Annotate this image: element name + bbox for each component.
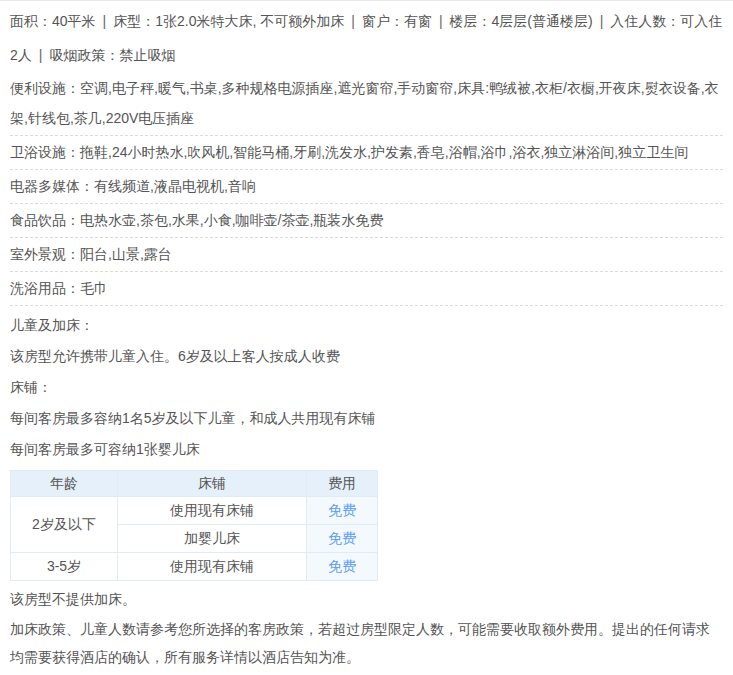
- children-policy-title: 儿童及加床：: [10, 310, 723, 341]
- extra-bed-note: 该房型不提供加床。: [10, 587, 723, 611]
- cell-bed: 使用现有床铺: [118, 497, 307, 525]
- header-bed: 床铺: [118, 471, 307, 497]
- facility-row-food-drink: 食品饮品：电热水壶,茶包,水果,小食,咖啡壶/茶壶,瓶装水免费: [10, 204, 723, 238]
- summary-field-area: 面积：40平米: [10, 13, 96, 29]
- facility-label: 便利设施：: [10, 80, 80, 96]
- cell-fee: 免费: [307, 553, 378, 581]
- facility-label: 电器多媒体：: [10, 178, 94, 194]
- facility-label: 室外景观：: [10, 246, 80, 262]
- facility-row-convenience: 便利设施：空调,电子秤,暖气,书桌,多种规格电源插座,遮光窗帘,手动窗帘,床具:…: [10, 72, 723, 136]
- cell-fee: 免费: [307, 497, 378, 525]
- facility-value: 电热水壶,茶包,水果,小食,咖啡壶/茶壶,瓶装水免费: [80, 212, 383, 228]
- header-fee: 费用: [307, 471, 378, 497]
- summary-label: 吸烟政策：: [49, 47, 119, 63]
- summary-value: 4层层(普通楼层): [492, 13, 593, 29]
- field-separator: |: [103, 13, 107, 29]
- bed-policy-title: 床铺：: [10, 372, 723, 403]
- summary-value: 1张2.0米特大床, 不可额外加床: [155, 13, 344, 29]
- room-detail-panel: 面积：40平米|床型：1张2.0米特大床, 不可额外加床|窗户：有窗|楼层：4层…: [0, 1, 733, 671]
- field-separator: |: [351, 13, 355, 29]
- field-separator: |: [439, 13, 443, 29]
- room-summary: 面积：40平米|床型：1张2.0米特大床, 不可额外加床|窗户：有窗|楼层：4层…: [10, 1, 723, 72]
- children-bed-policy-section: 儿童及加床： 该房型允许携带儿童入住。6岁及以上客人按成人收费 床铺： 每间客房…: [10, 306, 723, 465]
- summary-value: 禁止吸烟: [119, 47, 175, 63]
- facility-label: 洗浴用品：: [10, 280, 80, 296]
- summary-value: 40平米: [52, 13, 96, 29]
- facility-value: 有线频道,液晶电视机,音响: [94, 178, 256, 194]
- cell-bed: 加婴儿床: [118, 525, 307, 553]
- cell-age: 2岁及以下: [11, 497, 118, 553]
- summary-field-smoking: 吸烟政策：禁止吸烟: [49, 47, 175, 63]
- summary-field-window: 窗户：有窗: [362, 13, 432, 29]
- cell-fee: 免费: [307, 525, 378, 553]
- facility-row-media: 电器多媒体：有线频道,液晶电视机,音响: [10, 170, 723, 204]
- facility-row-bathroom: 卫浴设施：拖鞋,24小时热水,吹风机,智能马桶,牙刷,洗发水,护发素,香皂,浴帽…: [10, 136, 723, 170]
- child-bed-fee-table: 年龄 床铺 费用 2岁及以下 使用现有床铺 免费 加婴儿床 免费 3-5岁 使用…: [10, 470, 378, 581]
- summary-label: 面积：: [10, 13, 52, 29]
- cell-age: 3-5岁: [11, 553, 118, 581]
- facility-value: 拖鞋,24小时热水,吹风机,智能马桶,牙刷,洗发水,护发素,香皂,浴帽,浴巾,浴…: [80, 144, 688, 160]
- facility-label: 食品饮品：: [10, 212, 80, 228]
- facility-value: 毛巾: [80, 280, 108, 296]
- table-row: 2岁及以下 使用现有床铺 免费: [11, 497, 378, 525]
- bed-policy-line1: 每间客房最多容纳1名5岁及以下儿童，和成人共用现有床铺: [10, 403, 723, 434]
- facility-row-toiletries: 洗浴用品：毛巾: [10, 272, 723, 306]
- field-separator: |: [39, 47, 43, 63]
- facility-value: 阳台,山景,露台: [80, 246, 172, 262]
- facility-label: 卫浴设施：: [10, 144, 80, 160]
- header-age: 年龄: [11, 471, 118, 497]
- summary-label: 入住人数：: [610, 13, 680, 29]
- bed-policy-line2: 每间客房最多可容纳1张婴儿床: [10, 434, 723, 465]
- summary-value: 有窗: [404, 13, 432, 29]
- summary-label: 窗户：: [362, 13, 404, 29]
- summary-label: 床型：: [113, 13, 155, 29]
- footer-policy-note: 加床政策、儿童人数请参考您所选择的客房政策，若超过房型限定人数，可能需要收取额外…: [10, 615, 723, 671]
- cell-bed: 使用现有床铺: [118, 553, 307, 581]
- summary-label: 楼层：: [450, 13, 492, 29]
- table-row: 3-5岁 使用现有床铺 免费: [11, 553, 378, 581]
- facility-row-outdoor-view: 室外景观：阳台,山景,露台: [10, 238, 723, 272]
- children-policy-line: 该房型允许携带儿童入住。6岁及以上客人按成人收费: [10, 341, 723, 372]
- field-separator: |: [600, 13, 604, 29]
- facility-value: 空调,电子秤,暖气,书桌,多种规格电源插座,遮光窗帘,手动窗帘,床具:鸭绒被,衣…: [10, 80, 719, 126]
- summary-field-floor: 楼层：4层层(普通楼层): [450, 13, 593, 29]
- summary-field-bed-type: 床型：1张2.0米特大床, 不可额外加床: [113, 13, 344, 29]
- table-header-row: 年龄 床铺 费用: [11, 471, 378, 497]
